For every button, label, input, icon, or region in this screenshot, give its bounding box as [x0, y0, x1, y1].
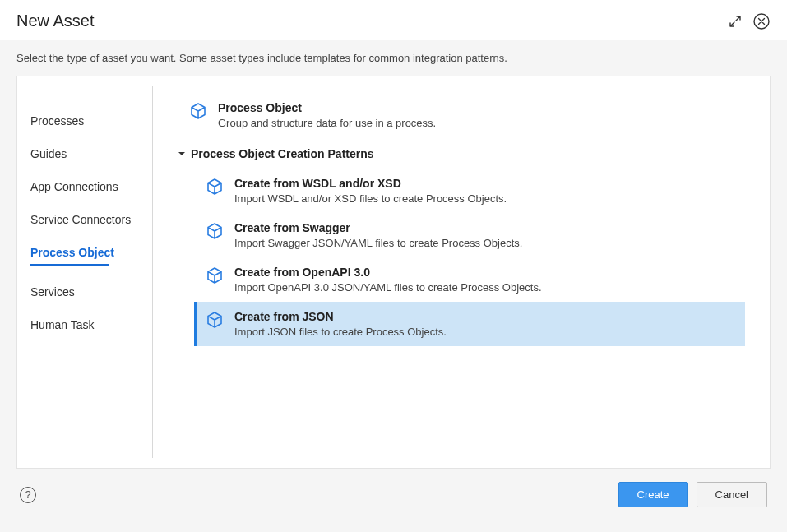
- content-area: Process Object Group and structure data …: [153, 76, 770, 468]
- sidebar-item-label: Service Connectors: [30, 213, 131, 226]
- asset-create-from-wsdl-xsd[interactable]: Create from WSDL and/or XSD Import WSDL …: [194, 169, 745, 213]
- help-icon[interactable]: ?: [20, 487, 36, 503]
- cube-icon: [205, 177, 225, 197]
- dialog-footer: ? Create Cancel: [0, 469, 787, 507]
- sidebar-item-services[interactable]: Services: [17, 275, 152, 308]
- asset-title: Create from Swagger: [234, 221, 522, 234]
- asset-title: Process Object: [218, 101, 436, 114]
- asset-desc: Import JSON files to create Process Obje…: [234, 326, 447, 338]
- sidebar: Processes Guides App Connections Service…: [17, 86, 153, 458]
- cube-icon: [188, 101, 208, 121]
- dialog-title: New Asset: [16, 12, 94, 30]
- asset-desc: Import OpenAPI 3.0 JSON/YAML files to cr…: [234, 281, 542, 294]
- sidebar-item-label: App Connections: [30, 180, 118, 193]
- section-label: Process Object Creation Patterns: [191, 147, 374, 160]
- asset-title: Create from JSON: [234, 310, 447, 323]
- cube-icon: [205, 310, 225, 330]
- cube-icon: [205, 221, 225, 241]
- asset-create-from-json[interactable]: Create from JSON Import JSON files to cr…: [194, 302, 745, 346]
- create-button[interactable]: Create: [618, 482, 688, 507]
- caret-down-icon: [178, 147, 186, 160]
- dialog-header: New Asset: [0, 0, 787, 40]
- sidebar-item-label: Guides: [30, 147, 67, 160]
- cube-icon: [205, 266, 225, 285]
- asset-process-object[interactable]: Process Object Group and structure data …: [178, 93, 745, 137]
- asset-title: Create from OpenAPI 3.0: [234, 266, 542, 279]
- patterns-list: Create from WSDL and/or XSD Import WSDL …: [178, 169, 745, 346]
- sidebar-item-label: Processes: [30, 114, 84, 127]
- asset-desc: Import WSDL and/or XSD files to create P…: [234, 192, 507, 205]
- sidebar-item-label: Human Task: [30, 318, 95, 331]
- sidebar-item-processes[interactable]: Processes: [17, 104, 152, 137]
- asset-title: Create from WSDL and/or XSD: [234, 177, 507, 190]
- sidebar-item-service-connectors[interactable]: Service Connectors: [17, 203, 152, 236]
- asset-create-from-swagger[interactable]: Create from Swagger Import Swagger JSON/…: [194, 213, 745, 257]
- sidebar-item-human-task[interactable]: Human Task: [17, 308, 152, 341]
- sidebar-item-label: Services: [30, 285, 75, 298]
- dialog-subtitle: Select the type of asset you want. Some …: [0, 40, 787, 76]
- sidebar-item-app-connections[interactable]: App Connections: [17, 170, 152, 203]
- asset-create-from-openapi[interactable]: Create from OpenAPI 3.0 Import OpenAPI 3…: [194, 257, 745, 302]
- sidebar-item-guides[interactable]: Guides: [17, 137, 152, 170]
- header-controls: [728, 12, 771, 30]
- sidebar-item-label: Process Object: [30, 246, 114, 259]
- cancel-button[interactable]: Cancel: [697, 482, 767, 507]
- asset-desc: Group and structure data for use in a pr…: [218, 117, 436, 129]
- close-icon[interactable]: [752, 12, 771, 30]
- main-panel: Processes Guides App Connections Service…: [16, 76, 771, 469]
- asset-desc: Import Swagger JSON/YAML files to create…: [234, 237, 522, 249]
- section-process-object-creation-patterns[interactable]: Process Object Creation Patterns: [178, 137, 745, 169]
- sidebar-item-process-object[interactable]: Process Object: [17, 236, 152, 275]
- expand-icon[interactable]: [728, 14, 743, 29]
